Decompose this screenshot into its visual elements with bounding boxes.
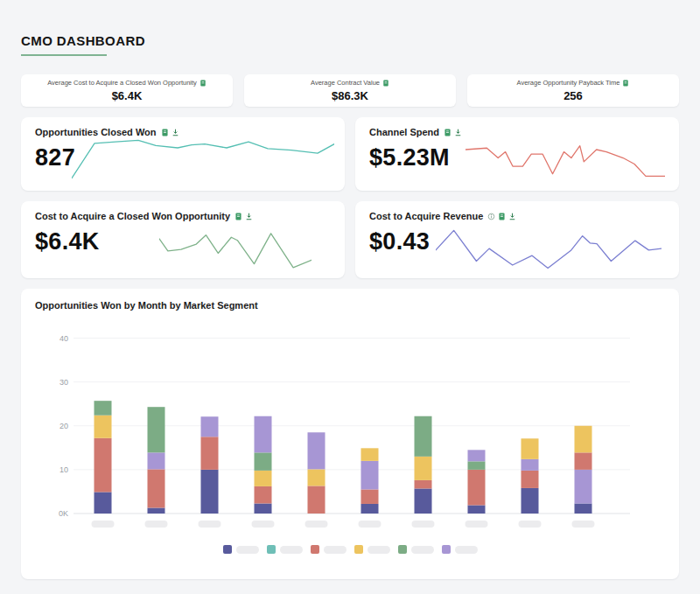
bar-segment-indigo[interactable] bbox=[522, 488, 539, 514]
x-axis-label-pill bbox=[305, 521, 328, 528]
sparkline-cost-to-acquire-closed-won bbox=[159, 227, 312, 273]
bar-segment-red[interactable] bbox=[201, 437, 219, 470]
y-axis-tick-label: 30 bbox=[60, 378, 68, 387]
y-axis-tick-label: 20 bbox=[60, 422, 68, 430]
title-underline bbox=[21, 54, 107, 56]
legend-swatch-lavender bbox=[442, 545, 451, 554]
bar bbox=[308, 432, 326, 514]
bar-segment-green[interactable] bbox=[255, 452, 272, 471]
x-axis-label-pill bbox=[519, 521, 542, 528]
legend-item-yellow[interactable] bbox=[354, 545, 390, 554]
bar-segment-red[interactable] bbox=[415, 480, 432, 489]
bar-segment-lavender[interactable] bbox=[255, 416, 272, 453]
bar-segment-indigo[interactable] bbox=[148, 507, 165, 514]
bar-segment-green[interactable] bbox=[148, 407, 165, 452]
bar-segment-lavender[interactable] bbox=[468, 450, 486, 461]
bar-segment-yellow[interactable] bbox=[255, 471, 272, 486]
bar-segment-indigo[interactable] bbox=[201, 470, 219, 514]
bar-segment-red[interactable] bbox=[308, 486, 326, 514]
legend-swatch-teal bbox=[267, 545, 276, 554]
stat-row-2: Cost to Acquire a Closed Won Opportunity… bbox=[21, 201, 679, 278]
legend-item-red[interactable] bbox=[311, 545, 346, 554]
bar bbox=[575, 426, 592, 514]
legend-item-lavender[interactable] bbox=[442, 545, 478, 554]
legend-label-pill bbox=[280, 546, 303, 554]
sparkline-channel-spend bbox=[466, 138, 665, 184]
bar-segment-lavender[interactable] bbox=[361, 461, 379, 490]
kpi-row: Average Cost to Acquire a Closed Won Opp… bbox=[21, 74, 679, 107]
bar-segment-yellow[interactable] bbox=[94, 416, 112, 438]
kpi-value: 256 bbox=[474, 89, 672, 102]
stat-card-cost-to-acquire-closed-won: Cost to Acquire a Closed Won Opportunity… bbox=[21, 201, 345, 278]
legend-item-green[interactable] bbox=[398, 545, 434, 554]
bar bbox=[415, 416, 432, 514]
legend-item-indigo[interactable] bbox=[223, 545, 259, 554]
bar-segment-red[interactable] bbox=[94, 438, 112, 493]
bar-segment-red[interactable] bbox=[522, 471, 539, 488]
chart-title: Opportunities Won by Month by Market Seg… bbox=[35, 300, 665, 311]
legend-label-pill bbox=[324, 546, 346, 554]
bar-segment-lavender[interactable] bbox=[201, 416, 219, 437]
dashboard: CMO DASHBOARD Average Cost to Acquire a … bbox=[0, 0, 700, 579]
kpi-value: $6.4K bbox=[28, 89, 226, 102]
bar-segment-lavender[interactable] bbox=[148, 452, 165, 469]
bar-segment-indigo[interactable] bbox=[94, 492, 112, 514]
notes-icon[interactable] bbox=[200, 80, 206, 87]
notes-icon[interactable] bbox=[234, 213, 242, 220]
y-axis-tick-label: 0K bbox=[59, 509, 68, 518]
legend-item-teal[interactable] bbox=[267, 545, 303, 554]
notes-icon[interactable] bbox=[622, 80, 629, 87]
bar-segment-red[interactable] bbox=[255, 486, 272, 504]
bar-segment-lavender[interactable] bbox=[308, 432, 326, 469]
bar-segment-indigo[interactable] bbox=[361, 504, 379, 514]
bar-segment-yellow[interactable] bbox=[361, 448, 379, 461]
bar bbox=[468, 450, 486, 514]
legend-label-pill bbox=[411, 546, 434, 554]
notes-icon[interactable] bbox=[444, 129, 452, 136]
notes-icon[interactable] bbox=[382, 80, 389, 87]
stat-title: Cost to Acquire Revenue bbox=[369, 211, 483, 221]
bar-segment-green[interactable] bbox=[468, 461, 486, 470]
x-axis-label-pill bbox=[145, 521, 168, 528]
bar-segment-red[interactable] bbox=[148, 469, 165, 507]
stat-card-cost-to-acquire-revenue: Cost to Acquire Revenue $0.43 bbox=[355, 201, 679, 278]
legend-swatch-green bbox=[398, 545, 407, 554]
sparkline-path bbox=[466, 146, 665, 177]
kpi-label: Average Cost to Acquire a Closed Won Opp… bbox=[47, 79, 197, 87]
bar-segment-yellow[interactable] bbox=[522, 438, 539, 459]
bar-segment-red[interactable] bbox=[468, 470, 486, 506]
bar-segment-yellow[interactable] bbox=[308, 469, 326, 486]
bar-segment-yellow[interactable] bbox=[575, 426, 592, 453]
sparkline-path bbox=[436, 230, 662, 268]
download-icon[interactable] bbox=[245, 213, 253, 220]
bar-segment-yellow[interactable] bbox=[415, 457, 432, 480]
bar-segment-indigo[interactable] bbox=[415, 488, 432, 514]
notes-icon[interactable] bbox=[498, 213, 506, 220]
legend-swatch-yellow bbox=[354, 545, 363, 554]
bar-segment-red[interactable] bbox=[361, 489, 379, 504]
kpi-card-avg-cost-closed-won: Average Cost to Acquire a Closed Won Opp… bbox=[21, 74, 233, 107]
bar-segment-indigo[interactable] bbox=[575, 503, 592, 514]
download-icon[interactable] bbox=[172, 129, 179, 136]
bar-segment-red[interactable] bbox=[575, 452, 592, 470]
sparkline-cost-to-acquire-revenue bbox=[436, 226, 662, 273]
y-axis-tick-label: 40 bbox=[60, 334, 68, 343]
bar-segment-lavender[interactable] bbox=[522, 459, 539, 471]
sparkline-path bbox=[72, 140, 334, 178]
sparkline-path bbox=[159, 234, 312, 268]
bar-segment-indigo[interactable] bbox=[255, 503, 272, 514]
x-axis-label-pill bbox=[92, 521, 115, 528]
bar-segment-indigo[interactable] bbox=[468, 505, 486, 514]
sparkline-opportunities-closed-won bbox=[72, 136, 334, 182]
bar-segment-green[interactable] bbox=[94, 401, 112, 416]
info-icon[interactable] bbox=[487, 213, 495, 220]
bar-segment-green[interactable] bbox=[415, 416, 432, 457]
download-icon[interactable] bbox=[454, 129, 462, 136]
bar-segment-lavender[interactable] bbox=[575, 470, 592, 504]
kpi-value: $86.3K bbox=[251, 89, 449, 102]
kpi-label: Average Opportunity Payback Time bbox=[517, 79, 620, 87]
kpi-card-avg-contract-value: Average Contract Value $86.3K bbox=[244, 74, 456, 107]
bar bbox=[361, 448, 379, 514]
notes-icon[interactable] bbox=[161, 129, 169, 136]
download-icon[interactable] bbox=[508, 213, 516, 220]
